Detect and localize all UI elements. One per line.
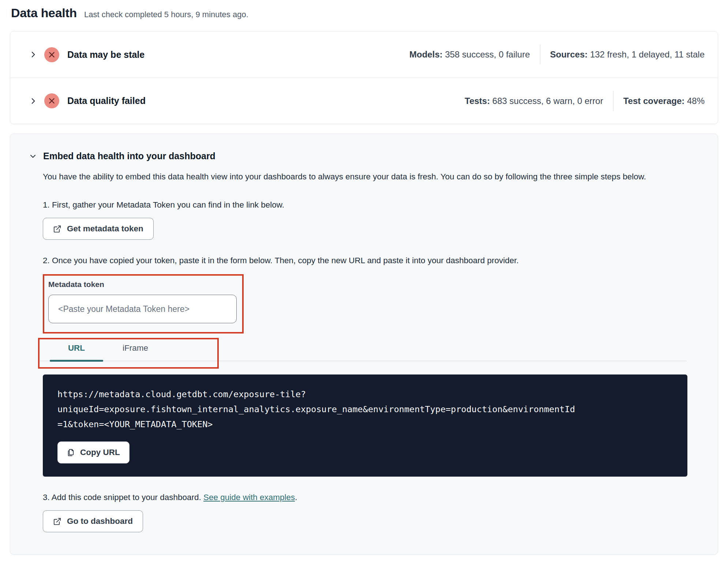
token-annotation-box: Metadata token [43, 274, 244, 333]
stat-divider [540, 45, 540, 64]
step3-text-after: . [295, 493, 297, 502]
tests-stat-label: Tests: [465, 96, 490, 106]
embed-url-code-block: https://metadata.cloud.getdbt.com/exposu… [43, 374, 687, 477]
status-row-quality[interactable]: Data quality failed Tests: 683 success, … [10, 78, 718, 124]
chevron-right-icon[interactable] [29, 50, 38, 59]
embed-section-header[interactable]: Embed data health into your dashboard [29, 151, 687, 161]
embed-url-line: =1&token=<YOUR_METADATA_TOKEN> [57, 417, 673, 432]
step1-text: 1. First, gather your Metadata Token you… [43, 200, 687, 210]
embed-description: You have the ability to embed this data … [43, 169, 670, 184]
embed-section-card: Embed data health into your dashboard Yo… [10, 134, 718, 555]
get-metadata-token-button[interactable]: Get metadata token [43, 218, 154, 240]
data-health-page: Data health Last check completed 5 hours… [0, 0, 728, 574]
status-stats: Models: 358 success, 0 failure Sources: … [409, 45, 705, 64]
test-coverage-stat-label: Test coverage: [623, 96, 685, 106]
copy-icon [67, 448, 75, 456]
status-label: Data quality failed [67, 96, 146, 106]
embed-url-line: uniqueId=exposure.fishtown_internal_anal… [57, 402, 673, 417]
embed-section-title: Embed data health into your dashboard [43, 151, 215, 161]
active-tab-underline [50, 360, 103, 362]
chevron-right-icon[interactable] [29, 96, 38, 106]
tabs-row: URL iFrame [43, 338, 687, 358]
step3-text: 3. Add this code snippet to your dashboa… [43, 493, 687, 502]
tab-url[interactable]: URL [50, 343, 103, 353]
external-link-icon [53, 517, 61, 526]
step2-text: 2. Once you have copied your token, past… [43, 256, 687, 265]
embed-url-line: https://metadata.cloud.getdbt.com/exposu… [57, 387, 673, 402]
embed-output-tabs: URL iFrame [43, 338, 687, 369]
metadata-token-label: Metadata token [48, 280, 242, 289]
models-stat-value: 358 success, 0 failure [443, 49, 530, 59]
models-stat: Models: 358 success, 0 failure [409, 49, 530, 60]
test-coverage-stat: Test coverage: 48% [623, 96, 705, 106]
step3-text-before: 3. Add this code snippet to your dashboa… [43, 493, 203, 502]
see-guide-link[interactable]: See guide with examples [203, 493, 295, 502]
stat-divider [613, 91, 613, 111]
copy-url-label: Copy URL [80, 448, 120, 457]
sources-stat-label: Sources: [550, 49, 588, 59]
last-check-status: Last check completed 5 hours, 9 minutes … [84, 10, 248, 19]
tests-stat: Tests: 683 success, 6 warn, 0 error [465, 96, 603, 106]
get-metadata-token-label: Get metadata token [67, 224, 143, 234]
models-stat-label: Models: [409, 49, 443, 59]
error-x-circle-icon [44, 47, 59, 62]
go-to-dashboard-label: Go to dashboard [67, 517, 133, 526]
page-header: Data health Last check completed 5 hours… [0, 0, 728, 20]
status-stats: Tests: 683 success, 6 warn, 0 error Test… [465, 91, 705, 111]
error-x-circle-icon [44, 93, 59, 108]
page-title: Data health [11, 6, 77, 20]
status-label: Data may be stale [67, 49, 145, 60]
sources-stat: Sources: 132 fresh, 1 delayed, 11 stale [550, 49, 705, 60]
tests-stat-value: 683 success, 6 warn, 0 error [490, 96, 603, 106]
external-link-icon [53, 225, 61, 233]
go-to-dashboard-button[interactable]: Go to dashboard [43, 510, 143, 532]
test-coverage-stat-value: 48% [684, 96, 705, 106]
copy-url-button[interactable]: Copy URL [57, 441, 130, 463]
tabs-baseline [39, 361, 687, 361]
chevron-down-icon[interactable] [29, 152, 37, 161]
embed-section-body: You have the ability to embed this data … [43, 169, 687, 532]
status-row-stale[interactable]: Data may be stale Models: 358 success, 0… [10, 31, 718, 78]
tab-iframe[interactable]: iFrame [109, 343, 162, 353]
metadata-token-input[interactable] [48, 295, 237, 323]
status-card: Data may be stale Models: 358 success, 0… [10, 31, 718, 124]
sources-stat-value: 132 fresh, 1 delayed, 11 stale [588, 49, 705, 59]
